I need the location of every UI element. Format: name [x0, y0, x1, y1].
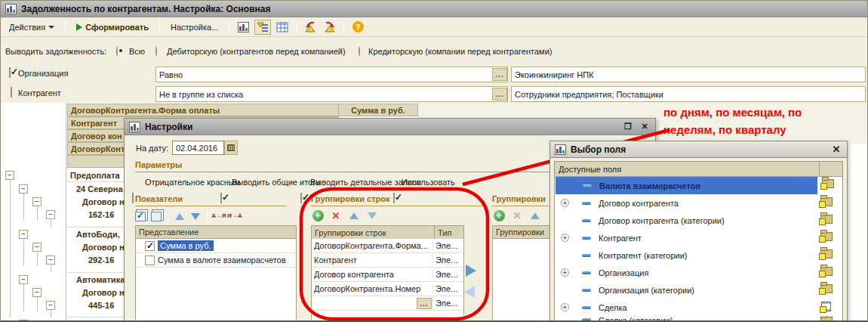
field-item-label[interactable]: Сделка	[599, 303, 627, 312]
radio-debit-label[interactable]: Дебиторскую (контрагентов перед компание…	[167, 47, 346, 56]
contractor-checkbox[interactable]	[11, 87, 12, 98]
radio-credit[interactable]	[359, 46, 360, 57]
indicator-row[interactable]: Сумма в руб.	[136, 239, 296, 253]
row-group-name[interactable]: Контрагент	[312, 255, 433, 265]
expand-icon[interactable]: +	[561, 234, 569, 242]
table-view-button[interactable]	[274, 20, 291, 35]
tree-collapse-icon[interactable]: −	[46, 301, 55, 310]
sort-asc-button[interactable]: А→Я	[212, 209, 226, 223]
field-item[interactable]: + Сделка	[555, 299, 842, 316]
row-group-name[interactable]: ДоговорКонтрагента.Форма...	[312, 241, 433, 250]
add-row-group-button[interactable]: +	[311, 209, 325, 222]
structure-settings-button[interactable]	[254, 20, 271, 35]
indicator-label[interactable]: Сумма в валюте взаиморасчетов	[158, 255, 286, 265]
organization-checkbox[interactable]	[9, 67, 11, 78]
tree-collapse-icon[interactable]: −	[46, 210, 55, 219]
tree-collapse-icon[interactable]: −	[32, 197, 42, 206]
radio-all-label[interactable]: Всю	[129, 47, 145, 56]
organization-condition-field[interactable]: Равно ...	[155, 67, 508, 82]
use-props-label[interactable]: Использовать	[402, 178, 455, 187]
row-group-row[interactable]: Контрагент Эле...	[312, 253, 463, 268]
totals-checkbox[interactable]	[220, 193, 222, 203]
expand-icon[interactable]: +	[561, 303, 569, 311]
field-item-selected[interactable]: Валюта взаиморасчетов	[556, 177, 817, 194]
field-item[interactable]: Организация (категории)	[555, 281, 842, 299]
available-fields-header[interactable]: Доступные поля	[555, 162, 820, 176]
field-item-label[interactable]: Организация (категории)	[599, 286, 694, 295]
tree-collapse-icon[interactable]: −	[46, 255, 55, 265]
field-item-label[interactable]: Договор контрагента	[599, 199, 679, 208]
contractor-condition-field[interactable]: Не в группе из списка ...	[155, 86, 508, 102]
add-col-group-button[interactable]: +	[492, 209, 506, 222]
move-down-button[interactable]	[189, 209, 202, 223]
field-item-label[interactable]: Контрагент (категории)	[599, 251, 688, 260]
close-icon[interactable]: ✕	[830, 144, 842, 155]
field-item-label[interactable]: Организация	[599, 268, 648, 277]
organization-condition-picker-button[interactable]: ...	[492, 68, 507, 81]
contractor-value-field[interactable]: Сотрудники предприятия; Поставщики	[511, 86, 866, 102]
field-item-label[interactable]: Сделка (категории)	[599, 316, 673, 322]
generate-button[interactable]: Сформировать	[71, 20, 154, 34]
use-props-checkbox[interactable]	[393, 193, 395, 203]
move-to-rows-arrow-icon[interactable]	[464, 286, 475, 298]
tree-collapse-icon[interactable]: −	[19, 275, 28, 284]
sort-desc-button[interactable]: Я→А	[228, 209, 242, 223]
row-group-row[interactable]: Договор контрагента Эле...	[312, 268, 463, 282]
field-item[interactable]: + Договор контрагента	[555, 194, 842, 212]
row-group-up-button[interactable]	[347, 209, 361, 222]
delete-col-group-button[interactable]: ✕	[510, 209, 524, 222]
settings-button[interactable]: Настройка...	[165, 20, 223, 34]
date-input[interactable]: 02.04.2016	[172, 141, 224, 155]
indicator-label[interactable]: Сумма в руб.	[158, 240, 214, 251]
row-group-name[interactable]: Договор контрагента	[312, 270, 433, 279]
row-group-picker-button[interactable]: ...	[417, 298, 432, 309]
report-col-header-main[interactable]: ДоговорКонтрагента.Форма оплаты	[67, 104, 339, 116]
check-all-button[interactable]	[134, 209, 147, 223]
row-group-row-new[interactable]: ... Эле...	[312, 296, 463, 311]
tree-collapse-icon[interactable]: −	[32, 288, 42, 297]
indicator-checkbox[interactable]	[145, 241, 155, 251]
tree-collapse-icon[interactable]: −	[5, 171, 14, 180]
indicator-row[interactable]: Сумма в валюте взаиморасчетов	[136, 253, 296, 268]
field-item-label[interactable]: Валюта взаиморасчетов	[599, 181, 700, 190]
chart-report-button[interactable]	[235, 20, 251, 35]
organization-value-field[interactable]: Экоинжиниринг НПК	[511, 67, 866, 82]
move-to-columns-arrow-icon[interactable]	[466, 265, 476, 277]
tree-collapse-icon[interactable]: −	[32, 243, 42, 252]
negative-red-label[interactable]: Отрицательное красным	[145, 178, 240, 187]
actions-button[interactable]: Действия	[4, 20, 60, 34]
radio-all[interactable]	[116, 46, 118, 57]
field-item[interactable]: Контрагент (категории)	[555, 246, 842, 264]
uncheck-all-button[interactable]	[149, 209, 163, 223]
settings-dialog-titlebar[interactable]: Настройки ❐ ✕	[125, 119, 655, 135]
move-up-button[interactable]	[173, 209, 186, 223]
row-groups-col-header[interactable]: Группировки строк	[312, 226, 435, 239]
row-group-row[interactable]: ДоговорКонтрагента.Номер Эле...	[312, 282, 463, 296]
field-item[interactable]: + Организация	[555, 264, 842, 281]
indicators-col-header[interactable]: Представление	[136, 226, 296, 239]
tree-collapse-icon[interactable]: −	[19, 230, 28, 239]
save-settings-button[interactable]	[322, 20, 338, 35]
maximize-icon[interactable]: ❐	[622, 122, 634, 132]
row-group-name-empty[interactable]: ...	[312, 296, 433, 310]
radio-credit-label[interactable]: Кредиторскую (компании перед контрагента…	[368, 47, 552, 56]
row-group-down-button[interactable]	[365, 209, 379, 222]
row-group-row[interactable]: ДоговорКонтрагента.Форма... Эле...	[312, 239, 463, 253]
field-item[interactable]: Сделка (категории)	[555, 316, 842, 322]
negative-red-checkbox[interactable]	[132, 193, 134, 203]
help-button[interactable]: ?	[349, 20, 366, 35]
details-checkbox[interactable]	[300, 193, 302, 203]
delete-row-group-button[interactable]: ✕	[329, 209, 343, 222]
indicator-checkbox[interactable]	[145, 255, 155, 265]
calendar-button[interactable]	[224, 141, 238, 155]
col-group-up-button[interactable]	[528, 209, 542, 222]
expand-icon[interactable]: +	[561, 268, 569, 277]
load-settings-button[interactable]	[302, 20, 319, 35]
expand-icon[interactable]: +	[561, 199, 569, 207]
field-item-label[interactable]: Контрагент	[599, 234, 642, 243]
tree-collapse-icon[interactable]: −	[19, 184, 28, 194]
field-item[interactable]: + Контрагент	[555, 229, 842, 246]
field-item[interactable]: Договор контрагента (категории)	[555, 212, 842, 229]
row-group-name[interactable]: ДоговорКонтрагента.Номер	[312, 284, 433, 293]
field-item-label[interactable]: Договор контрагента (категории)	[599, 216, 725, 225]
